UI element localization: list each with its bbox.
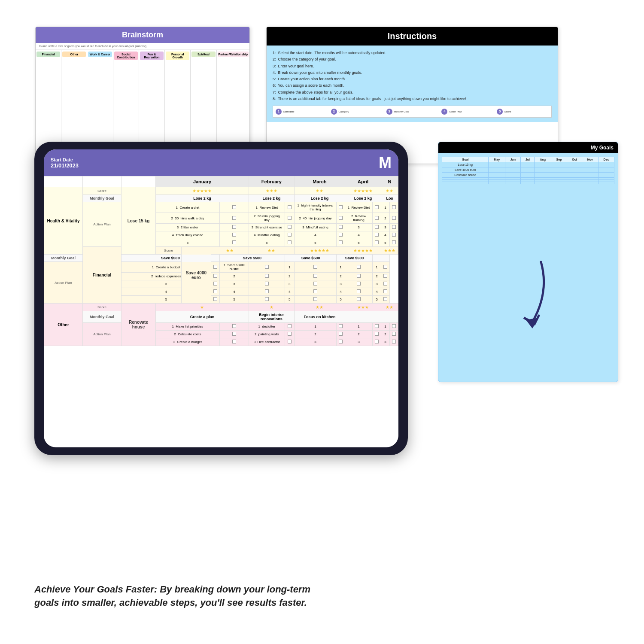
instruction-step-4: 4: Break down your goal into smaller mon… — [273, 70, 552, 76]
financial-score-row: Financial Score Save 4000 euro ★★ ★★ ★★★… — [44, 247, 398, 255]
other-feb-cb-3[interactable] — [288, 340, 292, 343]
health-apr-cb-2[interactable] — [375, 216, 379, 220]
health-apr-score: ★★★★★ — [345, 187, 381, 195]
other-feb-cb-1[interactable] — [288, 324, 292, 328]
health-feb-cb-5[interactable] — [288, 240, 292, 244]
financial-feb-cb-4[interactable] — [265, 289, 269, 293]
health-n-cb-2[interactable] — [392, 216, 396, 220]
health-jan-cb-5[interactable] — [232, 240, 236, 244]
financial-feb-cb-2[interactable] — [265, 274, 269, 278]
health-jan-cb-4[interactable] — [232, 233, 236, 237]
other-mar-ap-3: 3 — [294, 338, 336, 346]
other-n-cb-3[interactable] — [392, 340, 396, 343]
financial-apr-cb-4[interactable] — [357, 289, 361, 293]
other-mar-ap-1: 1 — [294, 323, 336, 331]
health-n-cb-4[interactable] — [392, 233, 396, 237]
financial-mar-score: ★★★★★ — [294, 247, 345, 255]
other-mar-cb-1[interactable] — [339, 324, 343, 328]
tablet-screen: Start Date 21/01/2023 M January February… — [44, 149, 398, 447]
financial-n-ap-3: 3 — [372, 280, 381, 288]
other-apr-cb-3[interactable] — [375, 340, 379, 343]
financial-feb-cb-1[interactable] — [265, 265, 269, 269]
other-mar-cb-2[interactable] — [339, 332, 343, 336]
other-jan-cb-3[interactable] — [232, 340, 236, 343]
health-mar-cb-2[interactable] — [339, 216, 343, 220]
rdth-jun: Jun — [505, 157, 521, 162]
th-label — [83, 176, 122, 187]
financial-jan-cb-4[interactable] — [213, 289, 217, 293]
health-feb-ap-3: 3 Strenght exercise — [249, 224, 285, 231]
health-apr-cb-5[interactable] — [375, 240, 379, 244]
health-apr-ap-1: 1 Review Diet — [345, 202, 373, 213]
financial-feb-cb-5[interactable] — [265, 297, 269, 301]
health-feb-cb-1[interactable] — [288, 205, 292, 209]
financial-mar-cb-5[interactable] — [313, 297, 317, 301]
financial-n-cb-4[interactable] — [383, 289, 387, 293]
rdth-goal: Goal — [442, 157, 489, 162]
financial-feb-ap-5: 5 — [219, 296, 249, 304]
financial-apr-ap-3: 3 — [337, 280, 345, 288]
other-jan-cb-2[interactable] — [232, 332, 236, 336]
health-feb-cb-4[interactable] — [288, 233, 292, 237]
financial-n-cb-3[interactable] — [383, 282, 387, 286]
financial-mar-cb-4[interactable] — [313, 289, 317, 293]
health-jan-cb-1[interactable] — [232, 205, 236, 209]
other-jan-cb-1[interactable] — [232, 324, 236, 328]
financial-apr-cb-2[interactable] — [357, 274, 361, 278]
health-jan-ap-4: 4 Track daily calorie — [156, 231, 220, 239]
other-jan-ap-1: 1 Make list priorities — [156, 323, 220, 331]
financial-apr-cb-3[interactable] — [357, 282, 361, 286]
instructions-mini-diagram: 1 Start date 2 Category 3 Monthly Goal 4… — [273, 106, 552, 118]
health-apr-ap-2: 2 Review training — [345, 213, 373, 224]
health-feb-cb-2[interactable] — [288, 216, 292, 220]
financial-jan-cb-2[interactable] — [213, 274, 217, 278]
health-mar-cb-5[interactable] — [339, 240, 343, 244]
other-apr-cb-1[interactable] — [375, 324, 379, 328]
health-jan-cb-2[interactable] — [232, 216, 236, 220]
spreadsheet-area[interactable]: January February March April N Health & … — [44, 176, 398, 447]
financial-feb-cb-3[interactable] — [265, 282, 269, 286]
health-mar-cb-3[interactable] — [339, 225, 343, 229]
financial-n-cb-5[interactable] — [383, 297, 387, 301]
health-n-cb-1[interactable] — [392, 205, 396, 209]
other-mar-cb-3[interactable] — [339, 340, 343, 343]
other-n-cb-2[interactable] — [392, 332, 396, 336]
other-n-cb-1[interactable] — [392, 324, 396, 328]
other-n-ap-1: 1 — [381, 323, 389, 331]
other-mar-goal: Focus on kitchen — [294, 311, 345, 323]
mini-badge-3: 3 Monthly Goal — [386, 108, 439, 115]
rdth-may: May — [489, 157, 505, 162]
health-feb-goal: Lose 2 kg — [249, 195, 294, 202]
th-january: January — [156, 176, 249, 187]
other-feb-cb-2[interactable] — [288, 332, 292, 336]
financial-mar-cb-2[interactable] — [313, 274, 317, 278]
health-apr-cb-1[interactable] — [375, 205, 379, 209]
financial-mar-cb-3[interactable] — [313, 282, 317, 286]
other-jan-ap-2: 2 Calculate costs — [156, 331, 220, 338]
health-jan-ap-3: 3 2 liter water — [156, 224, 220, 231]
financial-score-label: Score — [156, 247, 182, 255]
financial-jan-cb-1[interactable] — [213, 265, 217, 269]
health-apr-cb-3[interactable] — [375, 225, 379, 229]
financial-n-cb-2[interactable] — [383, 274, 387, 278]
financial-jan-cb-3[interactable] — [213, 282, 217, 286]
health-n-cb-3[interactable] — [392, 225, 396, 229]
health-apr-cb-4[interactable] — [375, 233, 379, 237]
rd-health-dec — [598, 162, 614, 167]
instructions-title: Instructions — [267, 27, 558, 46]
health-mar-cb-1[interactable] — [339, 205, 343, 209]
financial-n-cb-1[interactable] — [383, 265, 387, 269]
financial-apr-cb-1[interactable] — [357, 265, 361, 269]
other-apr-ap-2: 2 — [345, 331, 373, 338]
health-mar-cb-4[interactable] — [339, 233, 343, 237]
other-apr-cb-2[interactable] — [375, 332, 379, 336]
financial-jan-cb-5[interactable] — [213, 297, 217, 301]
right-doc-header: My Goals — [438, 142, 618, 153]
health-n-cb-5[interactable] — [392, 240, 396, 244]
col-spiritual-header: Spiritual — [191, 52, 215, 57]
financial-apr-cb-5[interactable] — [357, 297, 361, 301]
financial-mar-cb-1[interactable] — [313, 265, 317, 269]
health-jan-ap-2: 2 30 mins walk a day — [156, 213, 220, 224]
health-feb-cb-3[interactable] — [288, 225, 292, 229]
health-jan-cb-3[interactable] — [232, 225, 236, 229]
